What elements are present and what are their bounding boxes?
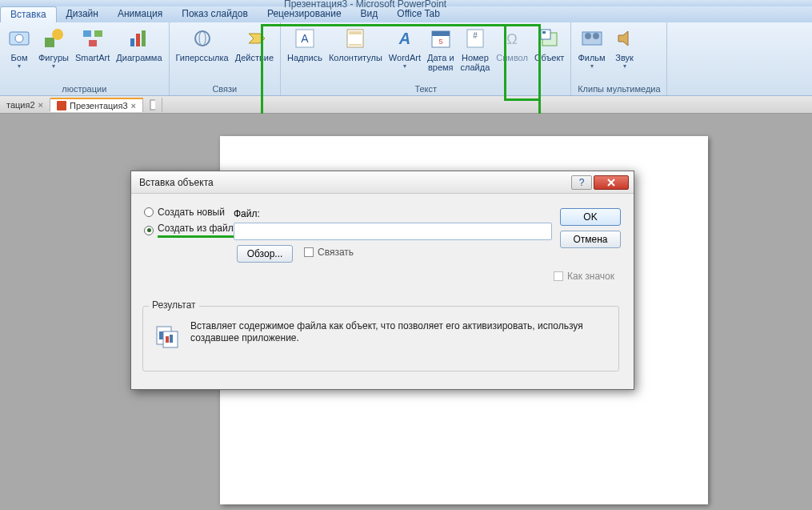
doctab-1[interactable]: тация2 × <box>0 98 50 111</box>
btn-action[interactable]: Действие <box>232 24 277 64</box>
tab-slideshow[interactable]: Показ слайдов <box>172 6 258 22</box>
doctab-2[interactable]: Презентация3 × <box>50 98 143 112</box>
btn-smartart[interactable]: SmartArt <box>72 24 113 64</box>
svg-rect-17 <box>349 44 362 46</box>
tab-insert[interactable]: Вставка <box>0 6 57 22</box>
svg-rect-6 <box>89 40 97 46</box>
svg-point-1 <box>15 34 23 42</box>
svg-rect-26 <box>541 30 550 39</box>
btn-shapes[interactable]: Фигуры▾ <box>35 24 72 71</box>
tab-animation[interactable]: Анимация <box>108 6 172 22</box>
dialog-close-button[interactable] <box>594 175 629 190</box>
svg-point-3 <box>52 29 63 40</box>
result-icon <box>154 325 181 349</box>
ribbon: Бом▾ Фигуры▾ SmartArt Диаграмма люстраци… <box>0 22 812 96</box>
svg-marker-12 <box>249 34 265 43</box>
svg-rect-34 <box>159 331 163 339</box>
svg-rect-16 <box>349 31 362 34</box>
group-label-links: Связи <box>173 84 278 95</box>
svg-rect-4 <box>83 30 91 37</box>
svg-rect-37 <box>170 335 173 343</box>
window-title: Презентация3 - Microsoft PowerPoint <box>284 0 446 10</box>
btn-movie[interactable]: Фильм▾ <box>574 24 608 71</box>
checkbox-icon <box>304 247 314 257</box>
svg-text:#: # <box>473 31 478 40</box>
link-checkbox[interactable]: Связать <box>304 247 354 258</box>
close-icon[interactable]: × <box>131 101 136 110</box>
result-text: Вставляет содержимое файла как объект, ч… <box>190 320 590 344</box>
svg-text:A: A <box>301 32 309 45</box>
group-label-illustrations: люстрации <box>3 84 166 95</box>
svg-rect-9 <box>142 30 146 46</box>
btn-textbox[interactable]: AНадпись <box>284 24 326 64</box>
checkbox-icon <box>554 271 563 281</box>
close-icon[interactable]: × <box>38 100 43 110</box>
page-icon <box>150 99 155 110</box>
dialog-help-button[interactable]: ? <box>571 175 592 190</box>
btn-album[interactable]: Бом▾ <box>3 24 35 71</box>
svg-text:A: A <box>398 30 410 47</box>
svg-point-10 <box>195 31 210 46</box>
dialog-title: Вставка объекта <box>139 177 214 188</box>
ok-button[interactable]: OK <box>560 208 621 226</box>
btn-object[interactable]: Объект <box>531 24 567 64</box>
file-path-input[interactable] <box>234 223 552 240</box>
svg-rect-20 <box>432 31 450 36</box>
svg-text:Ω: Ω <box>506 31 517 47</box>
group-label-media: Клипы мультимедиа <box>574 84 663 95</box>
powerpoint-icon <box>57 101 66 110</box>
svg-point-29 <box>585 33 591 39</box>
btn-headerfooter[interactable]: Колонтитулы <box>326 24 386 64</box>
close-icon <box>606 179 616 187</box>
cancel-button[interactable]: Отмена <box>560 231 621 248</box>
svg-rect-8 <box>136 34 140 46</box>
svg-text:5: 5 <box>438 38 442 46</box>
file-label: Файл: <box>234 208 260 219</box>
insert-object-dialog: Вставка объекта ? Создать новый Создать … <box>130 171 634 390</box>
svg-rect-36 <box>166 336 169 343</box>
group-links: Гиперссылка Действие Связи <box>170 22 282 95</box>
group-media: Фильм▾ Звук▾ Клипы мультимедиа <box>571 22 667 95</box>
browse-button[interactable]: Обзор... <box>237 245 293 263</box>
tab-design[interactable]: Дизайн <box>57 6 108 22</box>
help-icon: ? <box>579 177 585 188</box>
btn-datetime[interactable]: 5Дата и время <box>424 24 458 74</box>
svg-rect-2 <box>45 38 54 47</box>
btn-wordart[interactable]: AWordArt▾ <box>386 24 424 71</box>
result-legend: Результат <box>149 299 199 311</box>
btn-slidenumber[interactable]: #Номер слайда <box>458 24 494 74</box>
document-tabs: тация2 × Презентация3 × <box>0 96 812 114</box>
radio-icon <box>144 226 154 235</box>
svg-rect-5 <box>94 30 102 37</box>
btn-chart[interactable]: Диаграмма <box>113 24 165 64</box>
group-text: AНадпись Колонтитулы AWordArt▾ 5Дата и в… <box>281 22 571 95</box>
btn-symbol[interactable]: ΩСимвол <box>493 24 531 64</box>
svg-point-11 <box>199 31 206 46</box>
btn-hyperlink[interactable]: Гиперссылка <box>173 24 232 64</box>
btn-sound[interactable]: Звук▾ <box>609 24 641 71</box>
group-label-text: Текст <box>284 84 567 95</box>
svg-point-30 <box>593 33 599 39</box>
svg-rect-7 <box>130 38 134 46</box>
group-illustrations: Бом▾ Фигуры▾ SmartArt Диаграмма люстраци… <box>0 22 170 95</box>
svg-rect-28 <box>582 32 602 45</box>
dialog-titlebar[interactable]: Вставка объекта ? <box>131 171 634 194</box>
svg-rect-27 <box>542 31 546 34</box>
svg-marker-31 <box>618 31 628 46</box>
radio-create-new[interactable]: Создать новый <box>144 207 624 218</box>
as-icon-checkbox[interactable]: Как значок <box>554 271 614 282</box>
svg-rect-32 <box>150 100 155 110</box>
radio-icon <box>144 207 154 217</box>
doctab-new[interactable] <box>143 98 162 112</box>
